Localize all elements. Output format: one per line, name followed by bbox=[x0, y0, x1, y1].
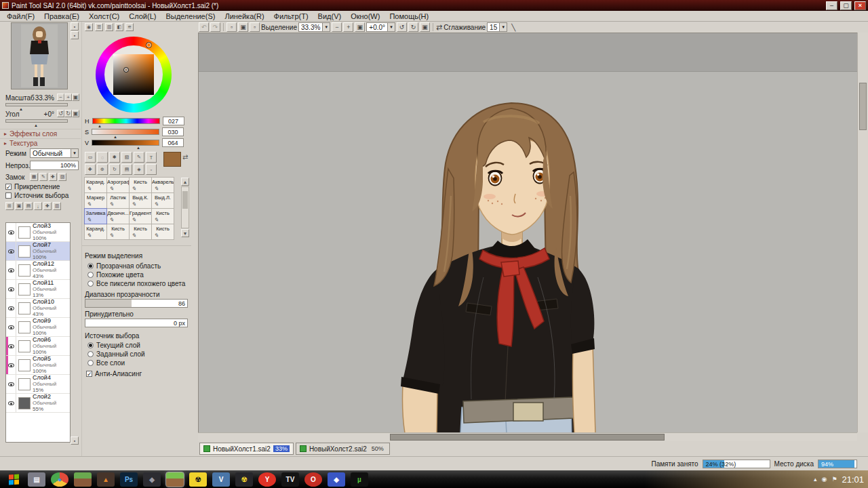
menu-canvas[interactable]: Холст(C) bbox=[84, 12, 124, 21]
redo-button[interactable]: ↷ bbox=[210, 22, 220, 32]
tool-select-brush[interactable]: Выд.К.✎ bbox=[129, 192, 152, 209]
minecraft-grass-icon[interactable] bbox=[74, 472, 92, 487]
visibility-toggle[interactable] bbox=[6, 375, 16, 393]
scratchpad-tab[interactable]: ≋ bbox=[125, 23, 134, 31]
value-slider-marker[interactable]: ▲ bbox=[136, 146, 140, 150]
lock-pixels-button[interactable]: ✎ bbox=[39, 173, 47, 181]
tool-brush2[interactable]: Кисть✎ bbox=[151, 208, 174, 224]
selection-clear-button[interactable]: ▣ bbox=[238, 22, 248, 32]
horizontal-scroll-thumb[interactable] bbox=[390, 434, 665, 441]
texture-section[interactable]: ▸ Текстура bbox=[0, 138, 81, 148]
menu-window[interactable]: Окно(W) bbox=[346, 12, 384, 21]
layer-thumbnail[interactable] bbox=[18, 302, 31, 314]
option-transparent-area[interactable]: Прозрачная область bbox=[87, 262, 161, 270]
canvas-vertical-scrollbar[interactable] bbox=[857, 33, 868, 432]
selection-pen-tool[interactable]: ▧ bbox=[121, 152, 132, 163]
rotate-tool[interactable]: ↻ bbox=[109, 164, 120, 175]
value-slider[interactable] bbox=[92, 140, 159, 146]
tool-marker[interactable]: Маркер✎ bbox=[84, 192, 107, 209]
menu-selection[interactable]: Выделение(S) bbox=[161, 12, 220, 21]
tool-gradient[interactable]: Градиент✎ bbox=[129, 208, 152, 224]
select-rect-tool[interactable]: ▭ bbox=[85, 152, 96, 163]
lock-opacity-button[interactable]: ▦ bbox=[30, 173, 38, 181]
checkbox-icon[interactable] bbox=[5, 192, 12, 199]
checkbox-checked-icon[interactable]: ✓ bbox=[86, 371, 92, 377]
nuclear-icon[interactable]: ☢ bbox=[235, 472, 253, 487]
color-wheel[interactable] bbox=[96, 37, 172, 113]
new-folder-button[interactable]: ▣ bbox=[15, 202, 23, 210]
layer-row[interactable]: Слой10Обычный43% bbox=[6, 299, 70, 318]
tv-icon[interactable]: TV bbox=[281, 472, 299, 487]
zoom-combo[interactable]: 33.3%▾ bbox=[298, 22, 330, 32]
option-specified-layer[interactable]: Заданный слой bbox=[87, 350, 145, 358]
sv-marker[interactable] bbox=[124, 68, 128, 72]
layer-thumbnail[interactable] bbox=[18, 283, 31, 296]
layer-thumbnail[interactable] bbox=[18, 264, 31, 277]
option-current-layer[interactable]: Текущий слой bbox=[87, 342, 140, 349]
checkbox-checked-icon[interactable]: ✓ bbox=[5, 184, 12, 190]
rotate-cw-button[interactable]: ↻ bbox=[408, 22, 418, 32]
layer-row[interactable]: Слой2Обычный55% bbox=[6, 394, 70, 413]
saturation-slider[interactable] bbox=[92, 129, 159, 135]
menu-layer[interactable]: Слой(L) bbox=[124, 12, 161, 21]
text-tool[interactable]: T bbox=[146, 152, 157, 163]
layer-thumbnail[interactable] bbox=[18, 226, 31, 239]
visibility-toggle[interactable] bbox=[6, 356, 16, 374]
chevron-down-icon[interactable]: ▾ bbox=[387, 23, 395, 31]
scale-reset-button[interactable]: ▣ bbox=[72, 94, 79, 101]
value-value[interactable]: 064 bbox=[162, 138, 184, 147]
visibility-toggle[interactable] bbox=[6, 299, 16, 317]
window-app-icon[interactable]: ▤ bbox=[28, 472, 45, 487]
flip-icon[interactable]: ⇄ bbox=[436, 23, 442, 32]
canvas-drawing[interactable] bbox=[199, 33, 857, 432]
angle-reset-button[interactable]: ▣ bbox=[72, 110, 79, 117]
current-color-swatch[interactable] bbox=[163, 152, 181, 167]
start-button[interactable] bbox=[2, 470, 25, 488]
transparency-range-slider[interactable]: 86 bbox=[85, 299, 188, 308]
chevron-down-icon[interactable]: ▾ bbox=[499, 23, 507, 31]
tool-binary-pen[interactable]: Двоичн...✎ bbox=[106, 208, 130, 224]
navigator-preview[interactable] bbox=[11, 22, 68, 89]
lock-position-button[interactable]: ✚ bbox=[49, 173, 57, 181]
rgb-sliders-tab[interactable]: ☰ bbox=[95, 23, 103, 31]
tray-status-icon[interactable]: ◉ bbox=[822, 476, 827, 483]
hand-tool[interactable]: ▤ bbox=[121, 164, 132, 175]
angle-slider[interactable] bbox=[5, 119, 68, 123]
menu-filter[interactable]: Фильтр(T) bbox=[269, 12, 313, 21]
tray-arrow-icon[interactable]: ▴ bbox=[814, 476, 817, 483]
tool-pencil[interactable]: Каранд.✎ bbox=[84, 177, 107, 193]
tool-scroll-up[interactable]: ▲ bbox=[181, 178, 189, 186]
chevron-down-icon[interactable]: ▾ bbox=[322, 23, 330, 31]
tab-canvas-2[interactable]: НовыйХолст2.sai2 50% bbox=[296, 443, 390, 455]
scale-plus-button[interactable]: + bbox=[64, 94, 72, 101]
option-all-layers[interactable]: Все слои bbox=[87, 359, 125, 367]
angle-cw-button[interactable]: ↻ bbox=[64, 110, 72, 117]
menu-ruler[interactable]: Линейка(R) bbox=[220, 12, 269, 21]
chrome-icon[interactable]: ● bbox=[51, 472, 68, 487]
tool-watercolor[interactable]: Акварель✎ bbox=[151, 177, 174, 193]
perspective-tool[interactable]: ◈ bbox=[134, 164, 144, 175]
layer-thumbnail[interactable] bbox=[18, 340, 31, 352]
scale-slider[interactable] bbox=[5, 103, 68, 106]
torch-app-icon[interactable]: ▲ bbox=[97, 472, 115, 487]
layer-row[interactable]: Слой5Обычный100% bbox=[6, 356, 70, 375]
radiation-icon[interactable]: ☢ bbox=[189, 472, 207, 487]
panel-collapse-button[interactable]: ▪ bbox=[71, 22, 79, 30]
menu-view[interactable]: Вид(V) bbox=[313, 12, 347, 21]
radio-selected-icon[interactable] bbox=[87, 263, 94, 269]
layer-effects-section[interactable]: ▸ Эффекты слоя bbox=[0, 129, 81, 138]
new-layer-button[interactable]: ⊞ bbox=[5, 202, 14, 210]
layer-settings-button[interactable]: ▥ bbox=[53, 202, 61, 210]
photoshop-icon[interactable]: Ps bbox=[120, 472, 138, 487]
tool-select-eraser[interactable]: Выд.Л.✎ bbox=[151, 192, 174, 209]
radio-icon[interactable] bbox=[87, 360, 94, 366]
tool-scrollbar[interactable] bbox=[181, 186, 189, 228]
undo-button[interactable]: ↶ bbox=[199, 22, 209, 32]
opera-icon[interactable]: O bbox=[304, 472, 322, 487]
tool-pencil2[interactable]: Каранд.✎ bbox=[84, 224, 107, 240]
yandex-icon[interactable]: Y bbox=[258, 472, 276, 487]
layer-thumbnail[interactable] bbox=[18, 378, 31, 390]
selection-tool-button[interactable]: ▫ bbox=[226, 22, 237, 32]
blend-mode-select[interactable]: Обычный ▾ bbox=[30, 148, 79, 158]
stroke-style-icon[interactable]: ╲ bbox=[511, 24, 515, 31]
